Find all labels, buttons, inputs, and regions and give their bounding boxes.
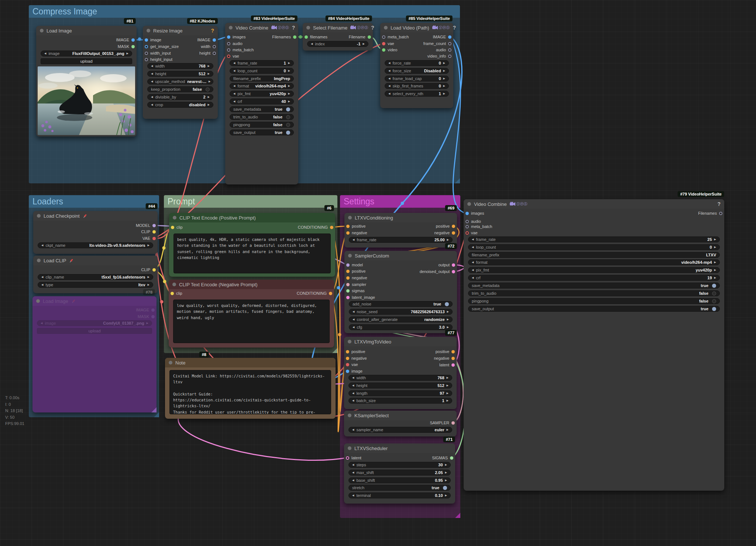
node-clip-text-encode-positive[interactable]: CLIP Text Encode (Positive Prompt)clipCO… <box>169 213 335 277</box>
increment-arrow-icon[interactable]: ▶ <box>445 479 447 482</box>
output-dot-positive[interactable] <box>452 225 455 228</box>
decrement-arrow-icon[interactable]: ◀ <box>353 318 354 321</box>
group-header-compress-image[interactable]: Compress Image <box>29 5 460 18</box>
widget-format[interactable]: ◀formatvideo/h264-mp4▶ <box>230 83 294 89</box>
decrement-arrow-icon[interactable]: ◀ <box>352 376 354 379</box>
increment-arrow-icon[interactable]: ▶ <box>714 269 716 272</box>
node-graph-canvas[interactable]: Compress ImageLoadersPromptSettingsLoad … <box>0 0 756 546</box>
output-dot-IMAGE[interactable] <box>213 38 216 42</box>
input-dot-model[interactable] <box>346 263 350 267</box>
widget-upload[interactable]: upload <box>37 328 152 334</box>
increment-arrow-icon[interactable]: ▶ <box>447 326 449 329</box>
increment-arrow-icon[interactable]: ▶ <box>208 103 210 106</box>
widget-batch_size[interactable]: ◀batch_size1▶ <box>348 398 452 404</box>
widget-max_shift[interactable]: ◀max_shift2.05▶ <box>348 470 451 476</box>
output-dot-positive[interactable] <box>451 350 455 353</box>
node-ltxv-conditioning-69[interactable]: LTXVConditioningpositivenegativepositive… <box>344 213 457 248</box>
increment-arrow-icon[interactable]: ▶ <box>447 310 449 313</box>
collapse-dot[interactable] <box>348 254 352 258</box>
toggle-on-dot[interactable] <box>712 284 716 288</box>
output-dot-CONDITIONING[interactable] <box>330 226 333 229</box>
increment-arrow-icon[interactable]: ▶ <box>288 84 290 87</box>
widget-upload[interactable]: upload <box>41 58 132 64</box>
node-ltxv-img-to-video-77[interactable]: LTXVImgToVideopositivenegativevaeimagepo… <box>344 337 457 409</box>
increment-arrow-icon[interactable]: ▶ <box>288 62 290 65</box>
widget-loop_count[interactable]: ◀loop_count0▶ <box>468 244 720 250</box>
group-resize-grip[interactable] <box>332 348 337 353</box>
input-dot-meta_batch[interactable] <box>382 35 385 39</box>
output-dot-Filenames[interactable] <box>719 212 722 215</box>
widget-save_output[interactable]: save_outputtrue <box>230 129 294 135</box>
help-icon[interactable]: ? <box>211 28 214 34</box>
input-dot-images[interactable] <box>465 212 469 215</box>
increment-arrow-icon[interactable]: ▶ <box>208 65 210 68</box>
decrement-arrow-icon[interactable]: ◀ <box>41 244 43 247</box>
output-dot-audio[interactable] <box>448 48 451 52</box>
input-dot-clip[interactable] <box>171 226 174 229</box>
node-header[interactable]: LTXVConditioning <box>344 213 457 222</box>
collapse-dot[interactable] <box>173 216 176 220</box>
toggle-off-dot[interactable] <box>712 291 716 296</box>
help-icon[interactable]: ? <box>371 25 374 31</box>
widget-pix_fmt[interactable]: ◀pix_fmtyuv420p▶ <box>468 267 720 273</box>
increment-arrow-icon[interactable]: ▶ <box>714 261 716 264</box>
input-dot-negative[interactable] <box>346 231 350 235</box>
decrement-arrow-icon[interactable]: ◀ <box>41 276 43 279</box>
input-dot-vae[interactable] <box>382 42 385 45</box>
input-dot-audio[interactable] <box>465 220 469 223</box>
widget-image[interactable]: ◀imageComfyUI_01387_.png▶ <box>37 320 152 326</box>
increment-arrow-icon[interactable]: ▶ <box>447 428 449 431</box>
output-dot-CLIP[interactable] <box>152 268 156 272</box>
widget-save_output[interactable]: save_outputtrue <box>468 306 720 312</box>
help-icon[interactable]: ? <box>292 25 295 31</box>
collapse-dot[interactable] <box>36 299 40 303</box>
increment-arrow-icon[interactable]: ▶ <box>445 494 447 497</box>
help-icon[interactable]: ? <box>717 201 721 207</box>
text-area[interactable]: low quality, worst quality, deformed, di… <box>173 300 330 343</box>
decrement-arrow-icon[interactable]: ◀ <box>388 69 390 72</box>
node-sampler-custom-72[interactable]: SamplerCustommodelpositivenegativesample… <box>344 251 457 333</box>
widget-trim_to_audio[interactable]: trim_to_audiofalse <box>468 290 720 296</box>
node-header[interactable]: LTXVScheduler <box>344 443 455 453</box>
collapse-dot[interactable] <box>229 26 233 30</box>
decrement-arrow-icon[interactable]: ◀ <box>352 471 354 474</box>
widget-height[interactable]: ◀height512▶ <box>147 71 213 77</box>
decrement-arrow-icon[interactable]: ◀ <box>233 92 235 95</box>
increment-arrow-icon[interactable]: ▶ <box>208 72 210 75</box>
collapse-dot[interactable] <box>169 361 172 364</box>
node-video-combine-83[interactable]: Video CombineⓋⒽⓈ?imagesaudiometa_batchva… <box>225 23 298 184</box>
widget-length[interactable]: ◀length97▶ <box>348 390 452 396</box>
widget-pingpong[interactable]: pingpongfalse <box>468 298 720 304</box>
node-load-clip-78[interactable]: Load CLIPCLIP◀clip_namet5xxl_fp16.safete… <box>33 256 158 293</box>
input-dot-sampler[interactable] <box>346 283 350 286</box>
collapse-dot[interactable] <box>348 446 351 450</box>
decrement-arrow-icon[interactable]: ◀ <box>233 84 235 87</box>
toggle-off-dot[interactable] <box>712 299 716 303</box>
widget-frame_rate[interactable]: ◀frame_rate25▶ <box>468 236 720 242</box>
output-dot-width[interactable] <box>213 45 216 48</box>
decrement-arrow-icon[interactable]: ◀ <box>353 326 354 329</box>
increment-arrow-icon[interactable]: ▶ <box>443 77 445 80</box>
input-dot-sigmas[interactable] <box>346 289 350 293</box>
toggle-off-dot[interactable] <box>286 115 290 119</box>
output-dot-IMAGE[interactable] <box>448 35 451 39</box>
output-dot-negative[interactable] <box>451 357 455 360</box>
decrement-arrow-icon[interactable]: ◀ <box>352 479 354 482</box>
input-dot-video[interactable] <box>382 48 385 52</box>
node-header[interactable]: Load Checkpoint <box>33 211 158 221</box>
node-clip-text-encode-negative[interactable]: CLIP Text Encode (Negative Prompt)clipCO… <box>169 280 334 348</box>
widget-frame_rate[interactable]: ◀frame_rate25.00▶ <box>349 237 453 243</box>
collapse-dot[interactable] <box>147 29 150 32</box>
node-header[interactable]: CLIP Text Encode (Negative Prompt) <box>169 280 334 289</box>
widget-frame_rate[interactable]: ◀frame_rate1▶ <box>230 60 294 66</box>
decrement-arrow-icon[interactable]: ◀ <box>151 65 153 68</box>
widget-noise_seed[interactable]: ◀noise_seed768225626476313▶ <box>349 309 453 315</box>
widget-pingpong[interactable]: pingpongfalse <box>230 122 294 128</box>
widget-sampler_name[interactable]: ◀sampler_nameeuler▶ <box>348 427 452 433</box>
node-header[interactable]: Load Image <box>32 296 157 306</box>
node-note-8[interactable]: NoteCivitai Model Link: https://civitai.… <box>165 358 336 419</box>
input-dot-negative[interactable] <box>346 357 349 360</box>
increment-arrow-icon[interactable]: ▶ <box>714 246 716 249</box>
decrement-arrow-icon[interactable]: ◀ <box>472 246 474 249</box>
widget-ckpt_name[interactable]: ◀ckpt_nameltx-video-2b-v0.9.safetensors▶ <box>38 242 153 248</box>
